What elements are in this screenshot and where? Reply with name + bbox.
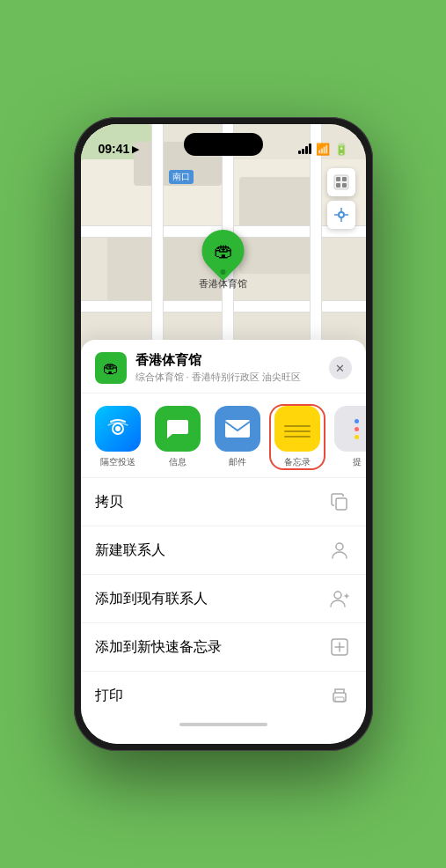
map-location-button[interactable] [327,201,355,229]
stadium-icon: 🏟 [103,359,119,378]
home-indicator-area [81,719,366,726]
svg-point-15 [334,592,341,599]
share-item-more[interactable]: 提 [331,406,366,468]
share-item-notes[interactable]: 备忘录 [271,406,324,468]
new-contact-label: 新建联系人 [95,541,165,560]
add-existing-label: 添加到现有联系人 [95,590,208,608]
action-row-print[interactable]: 打印 [81,672,366,719]
messages-icon [155,406,201,452]
svg-rect-12 [225,420,250,438]
mail-label: 邮件 [229,456,246,468]
action-row-copy[interactable]: 拷贝 [81,478,366,526]
location-info: 香港体育馆 综合体育馆 · 香港特别行政区 油尖旺区 [135,352,329,384]
battery-icon: 🔋 [334,143,348,156]
dynamic-island [184,133,263,156]
airdrop-label: 隔空投送 [100,456,135,468]
print-icon [327,683,352,708]
copy-icon [327,489,352,514]
airdrop-icon [95,406,141,452]
action-row-add-existing[interactable]: 添加到现有联系人 [81,575,366,623]
share-row: 隔空投送 信息 [81,394,366,478]
location-pin: 🏟 香港体育馆 [199,230,247,291]
location-header-icon: 🏟 [95,352,127,384]
location-arrow-icon: ▶ [132,143,139,155]
svg-rect-1 [336,177,340,181]
svg-rect-3 [336,183,340,188]
more-label: 提 [353,456,362,468]
svg-point-5 [339,212,344,217]
location-header: 🏟 香港体育馆 综合体育馆 · 香港特别行政区 油尖旺区 ✕ [81,340,366,394]
add-note-icon [327,635,352,659]
action-row-new-contact[interactable]: 新建联系人 [81,526,366,575]
svg-point-11 [115,426,121,431]
phone-frame: 09:41 ▶ 📶 🔋 [74,117,373,751]
action-row-add-note[interactable]: 添加到新快速备忘录 [81,623,366,672]
map-layers-button[interactable] [327,168,355,196]
add-existing-contact-icon [327,586,352,611]
svg-rect-4 [342,183,347,188]
pin-stadium-icon: 🏟 [214,239,233,262]
more-icon [334,406,366,452]
signal-bars-icon [298,143,311,154]
svg-point-14 [336,543,343,550]
notes-label: 备忘录 [284,456,311,468]
share-item-messages[interactable]: 信息 [151,406,204,468]
bottom-sheet: 🏟 香港体育馆 综合体育馆 · 香港特别行政区 油尖旺区 ✕ [81,340,366,744]
status-time: 09:41 [99,142,130,156]
svg-rect-2 [342,177,347,181]
print-label: 打印 [95,687,123,705]
map-south-entrance-label: 南口 [169,170,194,184]
notes-icon [274,406,320,452]
add-note-label: 添加到新快速备忘录 [95,638,222,657]
home-indicator [179,723,267,726]
copy-label: 拷贝 [95,493,123,511]
phone-screen: 09:41 ▶ 📶 🔋 [81,124,366,744]
share-item-airdrop[interactable]: 隔空投送 [91,406,144,468]
wifi-icon: 📶 [316,143,330,156]
new-contact-icon [327,538,352,563]
status-icons: 📶 🔋 [298,143,348,156]
map-controls [327,168,355,229]
mail-icon [215,406,260,452]
close-button[interactable]: ✕ [329,357,352,379]
svg-rect-13 [336,498,347,510]
messages-label: 信息 [169,456,186,468]
location-name: 香港体育馆 [135,352,329,369]
share-item-mail[interactable]: 邮件 [211,406,264,468]
location-subtitle: 综合体育馆 · 香港特别行政区 油尖旺区 [135,371,329,384]
